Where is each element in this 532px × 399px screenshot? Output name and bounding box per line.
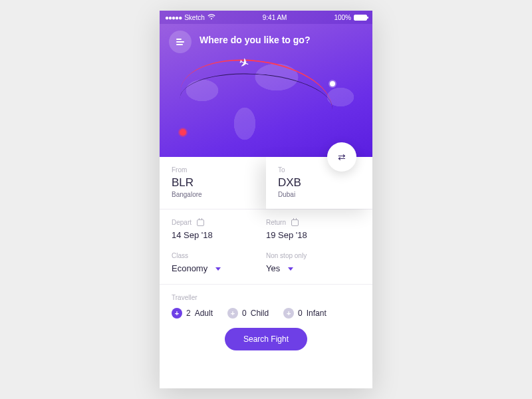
phone-frame: ●●●●● Sketch 9:41 AM 100% Where do you l… <box>160 11 372 388</box>
nonstop-value: Yes <box>266 263 280 273</box>
infant-count: 0 <box>298 309 303 318</box>
depart-value: 14 Sep '18 <box>172 230 266 240</box>
calendar-icon <box>197 219 204 226</box>
from-city: Bangalore <box>172 191 254 198</box>
signal-dots-icon: ●●●●● <box>165 14 182 21</box>
return-label: Return <box>266 219 286 226</box>
from-label: From <box>172 166 254 174</box>
plus-icon: + <box>172 308 182 319</box>
traveller-label: Traveller <box>172 294 360 301</box>
hamburger-icon <box>176 39 184 45</box>
clock: 9:41 AM <box>263 14 287 21</box>
child-stepper[interactable]: + 0 Child <box>227 308 269 319</box>
to-field[interactable]: To DXB Dubai <box>266 157 372 209</box>
to-city: Dubai <box>278 191 360 198</box>
infant-unit: Infant <box>307 309 327 318</box>
search-button[interactable]: Search Fight <box>225 328 307 350</box>
menu-button[interactable] <box>169 31 192 53</box>
nonstop-select[interactable]: Non stop only Yes <box>266 252 360 273</box>
class-select[interactable]: Class Economy <box>172 252 266 273</box>
carrier-label: Sketch <box>184 14 205 21</box>
swap-route-button[interactable]: ⇄ <box>327 142 356 172</box>
depart-label: Depart <box>172 219 192 226</box>
child-unit: Child <box>251 309 269 318</box>
swap-icon: ⇄ <box>338 152 346 162</box>
adult-unit: Adult <box>195 309 213 318</box>
to-code: DXB <box>278 176 360 190</box>
class-value: Economy <box>172 263 207 273</box>
adult-stepper[interactable]: + 2 Adult <box>172 308 213 319</box>
depart-field[interactable]: Depart 14 Sep '18 <box>172 219 266 240</box>
plus-icon: + <box>283 308 294 319</box>
battery-icon <box>354 15 367 21</box>
child-count: 0 <box>242 309 247 318</box>
traveller-section: Traveller + 2 Adult + 0 Child + 0 Infant <box>160 284 372 360</box>
return-value: 19 Sep '18 <box>266 230 360 240</box>
from-field[interactable]: From BLR Bangalore <box>160 157 266 209</box>
chevron-down-icon <box>288 267 293 271</box>
destination-point-icon <box>330 81 335 86</box>
nonstop-label: Non stop only <box>266 252 360 259</box>
wifi-icon <box>207 14 215 21</box>
battery-percent: 100% <box>334 14 351 21</box>
status-bar: ●●●●● Sketch 9:41 AM 100% <box>160 11 372 24</box>
from-code: BLR <box>172 176 254 190</box>
return-field[interactable]: Return 19 Sep '18 <box>266 219 360 240</box>
chevron-down-icon <box>215 267 221 271</box>
status-right: 100% <box>334 14 367 21</box>
adult-count: 2 <box>186 309 191 318</box>
calendar-icon <box>291 219 299 226</box>
plus-icon: + <box>227 308 238 319</box>
infant-stepper[interactable]: + 0 Infant <box>283 308 327 319</box>
options-row: Class Economy Non stop only Yes <box>160 251 372 284</box>
dates-row: Depart 14 Sep '18 Return 19 Sep '18 <box>160 209 372 251</box>
status-left: ●●●●● Sketch <box>165 14 215 21</box>
origin-point-icon <box>180 129 186 136</box>
class-label: Class <box>172 252 266 259</box>
page-title: Where do you like to go? <box>200 35 310 45</box>
search-form: ⇄ From BLR Bangalore To DXB Dubai Depart… <box>160 157 372 388</box>
hero: Where do you like to go? ✈ <box>160 24 372 157</box>
